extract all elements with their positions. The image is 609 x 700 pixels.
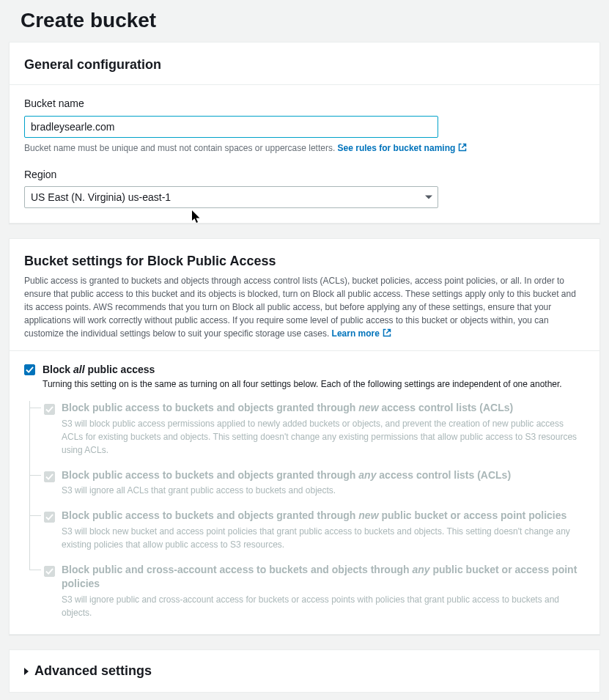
- bpa-item-desc: S3 will ignore all ACLs that grant publi…: [62, 484, 585, 497]
- bpa-learn-more-link[interactable]: Learn more: [332, 328, 391, 339]
- bucket-name-hint: Bucket name must be unique and must not …: [24, 142, 585, 155]
- block-all-public-access-label: Block all public access: [43, 363, 562, 377]
- caret-right-icon: [24, 668, 29, 675]
- bpa-item-any-acls-checkbox: [44, 471, 55, 482]
- block-all-public-access-checkbox[interactable]: [24, 364, 35, 375]
- bpa-item-new-policies-checkbox: [44, 512, 55, 523]
- check-icon: [45, 405, 53, 413]
- bucket-name-input[interactable]: [24, 116, 438, 138]
- bpa-heading: Bucket settings for Block Public Access: [24, 252, 585, 270]
- external-link-icon: [458, 143, 467, 152]
- bpa-item-desc: S3 will block new bucket and access poin…: [62, 525, 585, 551]
- block-all-public-access-row: Block all public access Turning this set…: [24, 363, 585, 391]
- check-icon: [45, 513, 53, 521]
- general-config-panel: General configuration Bucket name Bucket…: [9, 42, 600, 224]
- bpa-item-label: Block public access to buckets and objec…: [62, 401, 585, 416]
- bpa-sub-settings: Block public access to buckets and objec…: [29, 401, 585, 619]
- bpa-item-any-policies: Block public and cross-account access to…: [29, 563, 585, 619]
- bpa-item-new-acls: Block public access to buckets and objec…: [29, 401, 585, 468]
- bpa-item-any-acls: Block public access to buckets and objec…: [29, 468, 585, 509]
- bucket-name-field: Bucket name Bucket name must be unique a…: [24, 97, 585, 154]
- bucket-name-label: Bucket name: [24, 97, 585, 111]
- advanced-settings-toggle[interactable]: Advanced settings: [9, 649, 600, 693]
- page-title: Create bucket: [9, 0, 600, 42]
- bpa-item-label: Block public access to buckets and objec…: [62, 509, 585, 523]
- region-label: Region: [24, 168, 585, 183]
- check-icon: [45, 567, 53, 575]
- block-all-public-access-desc: Turning this setting on is the same as t…: [43, 378, 562, 391]
- bpa-item-label: Block public and cross-account access to…: [62, 563, 585, 592]
- advanced-settings-heading: Advanced settings: [34, 662, 152, 680]
- bucket-naming-rules-link[interactable]: See rules for bucket naming: [338, 143, 468, 153]
- bpa-item-new-policies: Block public access to buckets and objec…: [29, 509, 585, 563]
- region-select[interactable]: US East (N. Virginia) us-east-1: [24, 186, 438, 208]
- bpa-item-desc: S3 will block public access permissions …: [62, 417, 585, 457]
- check-icon: [45, 473, 53, 481]
- bpa-item-desc: S3 will ignore public and cross-account …: [62, 593, 585, 619]
- region-field: Region US East (N. Virginia) us-east-1: [24, 168, 585, 209]
- external-link-icon: [383, 328, 391, 337]
- bpa-description: Public access is granted to buckets and …: [24, 274, 585, 340]
- general-config-header: General configuration: [10, 43, 599, 85]
- bpa-header: Bucket settings for Block Public Access …: [10, 239, 599, 350]
- block-public-access-panel: Bucket settings for Block Public Access …: [9, 238, 600, 635]
- bpa-item-any-policies-checkbox: [44, 566, 55, 577]
- bpa-item-new-acls-checkbox: [44, 404, 55, 415]
- check-icon: [26, 366, 34, 374]
- general-config-heading: General configuration: [24, 56, 585, 74]
- bpa-item-label: Block public access to buckets and objec…: [62, 468, 585, 483]
